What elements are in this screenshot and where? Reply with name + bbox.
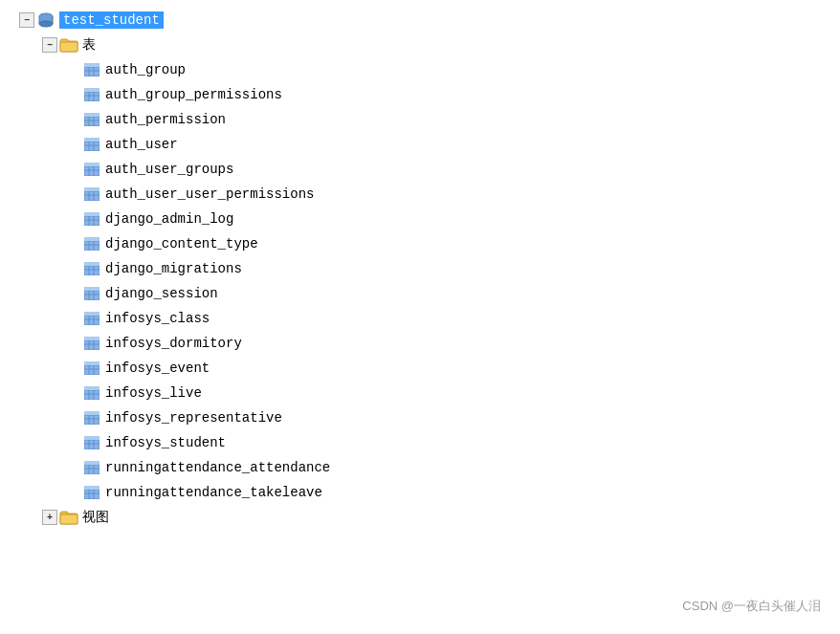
table-row[interactable]: django_admin_log — [0, 207, 840, 231]
table-icon — [82, 361, 101, 376]
table-label: auth_user_user_permissions — [105, 186, 314, 202]
table-icon — [82, 211, 101, 227]
tables-toggle[interactable]: − — [42, 37, 57, 53]
svg-rect-112 — [84, 486, 99, 490]
table-list: auth_group auth_group_permissions — [0, 57, 840, 505]
table-icon — [82, 162, 101, 177]
table-icon — [82, 485, 101, 500]
svg-rect-16 — [84, 88, 99, 92]
svg-rect-88 — [84, 386, 99, 390]
table-icon — [82, 137, 101, 152]
svg-rect-82 — [84, 361, 99, 365]
svg-point-2 — [39, 21, 53, 27]
database-icon — [36, 12, 55, 28]
svg-rect-22 — [84, 113, 99, 117]
database-item[interactable]: − test_student — [0, 8, 840, 33]
table-label: infosys_live — [105, 385, 202, 401]
svg-rect-94 — [84, 411, 99, 415]
table-label: runningattendance_attendance — [105, 460, 330, 475]
table-label: infosys_event — [105, 361, 210, 376]
database-label: test_student — [59, 11, 164, 29]
table-row[interactable]: infosys_class — [0, 306, 840, 331]
table-label: infosys_class — [105, 311, 210, 326]
table-label: auth_permission — [105, 112, 226, 127]
table-row[interactable]: infosys_event — [0, 356, 840, 381]
table-icon — [82, 236, 101, 251]
table-label: infosys_representative — [105, 410, 282, 426]
table-icon — [82, 62, 101, 77]
table-icon — [82, 385, 101, 401]
views-folder-label: 视图 — [82, 509, 109, 526]
svg-rect-28 — [84, 138, 99, 142]
table-row[interactable]: django_migrations — [0, 256, 840, 281]
table-row[interactable]: runningattendance_attendance — [0, 455, 840, 480]
table-row[interactable]: auth_user_groups — [0, 157, 840, 182]
table-row[interactable]: django_session — [0, 281, 840, 306]
table-label: auth_user_groups — [105, 162, 233, 177]
table-label: runningattendance_takeleave — [105, 485, 322, 500]
table-label: infosys_dormitory — [105, 336, 242, 351]
table-row[interactable]: auth_group — [0, 57, 840, 82]
svg-rect-40 — [84, 187, 99, 191]
table-icon — [82, 460, 101, 475]
table-label: auth_user — [105, 137, 178, 152]
table-row[interactable]: infosys_student — [0, 430, 840, 455]
table-icon — [82, 261, 101, 276]
svg-rect-10 — [84, 63, 99, 67]
tables-folder-item[interactable]: − 表 — [0, 33, 840, 57]
table-label: auth_group_permissions — [105, 87, 282, 102]
table-icon — [82, 87, 101, 102]
svg-rect-64 — [84, 287, 99, 291]
views-folder-item[interactable]: + 视图 — [0, 505, 840, 530]
table-label: infosys_student — [105, 435, 226, 450]
svg-rect-106 — [84, 461, 99, 465]
table-icon — [82, 186, 101, 202]
table-label: auth_group — [105, 62, 186, 77]
svg-rect-100 — [84, 436, 99, 440]
svg-rect-46 — [84, 212, 99, 216]
table-row[interactable]: runningattendance_takeleave — [0, 480, 840, 505]
table-row[interactable]: infosys_live — [0, 381, 840, 405]
svg-rect-70 — [84, 312, 99, 316]
table-label: django_migrations — [105, 261, 242, 276]
svg-rect-52 — [84, 237, 99, 241]
table-row[interactable]: auth_permission — [0, 107, 840, 132]
table-row[interactable]: auth_group_permissions — [0, 82, 840, 107]
tree-container: − test_student − 表 — [0, 0, 840, 537]
svg-rect-34 — [84, 163, 99, 166]
table-icon — [82, 336, 101, 351]
watermark: CSDN @一夜白头催人泪 — [682, 598, 821, 615]
table-row[interactable]: infosys_representative — [0, 405, 840, 430]
db-toggle[interactable]: − — [19, 12, 34, 28]
table-row[interactable]: auth_user_user_permissions — [0, 182, 840, 207]
table-label: django_content_type — [105, 236, 258, 251]
table-label: django_session — [105, 286, 218, 301]
table-row[interactable]: infosys_dormitory — [0, 331, 840, 356]
folder-icon — [59, 37, 78, 53]
table-label: django_admin_log — [105, 211, 233, 227]
table-icon — [82, 286, 101, 301]
table-icon — [82, 435, 101, 450]
views-folder-icon — [59, 510, 78, 525]
table-icon — [82, 112, 101, 127]
svg-rect-76 — [84, 337, 99, 340]
table-icon — [82, 311, 101, 326]
table-row[interactable]: django_content_type — [0, 231, 840, 256]
views-toggle[interactable]: + — [42, 510, 57, 525]
table-icon — [82, 410, 101, 426]
table-row[interactable]: auth_user — [0, 132, 840, 157]
svg-rect-58 — [84, 262, 99, 266]
tables-folder-label: 表 — [82, 36, 96, 54]
